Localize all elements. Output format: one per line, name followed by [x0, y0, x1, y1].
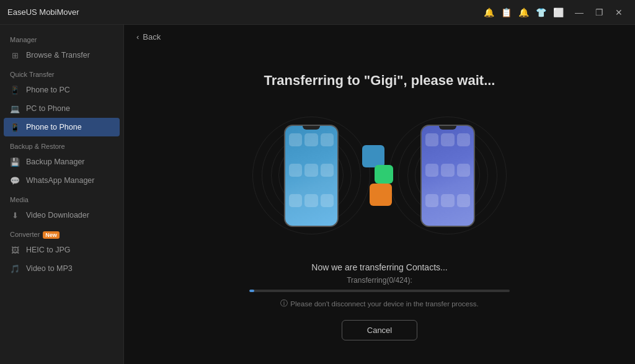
browse-icon: ⊞	[10, 50, 20, 60]
app-icon	[441, 164, 454, 177]
download-icon: ⬇	[10, 210, 20, 220]
mp3-label: Video to MP3	[26, 264, 73, 273]
warning-icon: ⓘ	[280, 298, 288, 309]
back-arrow-icon: ‹	[136, 32, 139, 42]
sidebar-item-video-downloader[interactable]: ⬇ Video Downloader	[0, 206, 123, 224]
app-icon	[289, 133, 302, 146]
sidebar-item-backup-manager[interactable]: 💾 Backup Manager	[0, 153, 123, 171]
section-media: Media	[0, 190, 123, 206]
phone-pc-label: Phone to PC	[26, 86, 70, 94]
phone-screen-left	[285, 130, 337, 226]
app-icon	[304, 194, 318, 207]
transfer-progress-text: Transferring(0/424):	[347, 276, 412, 285]
back-button[interactable]: ‹ Back	[136, 32, 161, 42]
sidebar-item-phone-to-pc[interactable]: 📱 Phone to PC	[0, 81, 123, 99]
section-quick-transfer: Quick Transfer	[0, 64, 123, 81]
pc-phone-label: PC to Phone	[26, 104, 70, 113]
app-icon	[289, 164, 302, 177]
minimize-button[interactable]: —	[571, 4, 588, 21]
phone-phone-icon: 📱	[10, 122, 20, 132]
sub-header: ‹ Back	[124, 25, 635, 49]
sidebar-item-pc-to-phone[interactable]: 💻 PC to Phone	[0, 99, 123, 118]
app-icon	[457, 194, 470, 207]
app-icon	[425, 164, 438, 177]
app-icon	[321, 194, 334, 207]
close-button[interactable]: ✕	[610, 4, 628, 21]
data-block-blue	[362, 145, 384, 167]
warning-text: ⓘ Please don't disconnect your device in…	[280, 298, 478, 309]
right-phone-container	[386, 113, 510, 237]
back-label: Back	[143, 32, 161, 42]
transfer-title: Transferring to "Gigi", please wait...	[264, 73, 495, 89]
app-icon	[425, 194, 438, 207]
title-bar: EaseUS MobiMover 🔔 📋 🔔 👕 ⬜ — ❐ ✕	[0, 0, 635, 25]
section-converter: Converter New	[0, 224, 123, 241]
sidebar-item-phone-to-phone[interactable]: 📱 Phone to Phone	[4, 118, 120, 136]
phone-pc-icon: 📱	[10, 85, 20, 95]
sidebar: Manager ⊞ Browse & Transfer Quick Transf…	[0, 25, 124, 364]
video-dl-label: Video Downloader	[26, 211, 89, 220]
app-icon	[321, 133, 334, 146]
section-manager: Manager	[0, 30, 123, 46]
content-area: ‹ Back Transferring to "Gigi", please wa…	[124, 25, 635, 364]
app-icon	[321, 164, 334, 177]
maximize-button[interactable]: ❐	[590, 4, 608, 21]
app-icon	[441, 133, 454, 146]
destination-phone	[420, 125, 475, 227]
data-blocks	[366, 145, 393, 206]
square-icon[interactable]: ⬜	[552, 6, 564, 19]
app-title: EaseUS MobiMover	[7, 7, 79, 17]
backup-icon: 💾	[10, 157, 20, 167]
app-icon	[304, 133, 318, 146]
warning-message: Please don't disconnect your device in t…	[290, 300, 478, 308]
heic-icon: 🖼	[10, 245, 20, 255]
section-backup-restore: Backup & Restore	[0, 136, 123, 153]
whatsapp-icon: 💬	[10, 175, 20, 185]
data-block-orange	[370, 184, 392, 206]
sidebar-item-whatsapp-manager[interactable]: 💬 WhatsApp Manager	[0, 171, 123, 190]
sidebar-item-video-mp3[interactable]: 🎵 Video to MP3	[0, 259, 123, 278]
transfer-content: Transferring to "Gigi", please wait...	[124, 49, 635, 364]
phone-screen-right	[422, 130, 474, 226]
window-controls: — ❐ ✕	[571, 4, 628, 21]
clipboard-icon[interactable]: 📋	[500, 6, 512, 19]
phones-container	[224, 107, 535, 244]
backup-label: Backup Manager	[26, 158, 85, 166]
app-icon	[457, 133, 470, 146]
notification-icon[interactable]: 🔔	[482, 6, 495, 19]
app-icon	[304, 164, 318, 177]
app-icon	[441, 194, 454, 207]
app-icon	[425, 133, 438, 146]
title-bar-icons: 🔔 📋 🔔 👕 ⬜	[482, 6, 564, 19]
tshirt-icon[interactable]: 👕	[535, 6, 547, 19]
sidebar-item-browse-transfer[interactable]: ⊞ Browse & Transfer	[0, 46, 123, 64]
whatsapp-label: WhatsApp Manager	[26, 176, 94, 185]
left-phone-container	[249, 113, 373, 237]
progress-bar-container	[249, 290, 510, 292]
app-icon	[289, 194, 302, 207]
heic-label: HEIC to JPG	[26, 246, 71, 254]
browse-label: Browse & Transfer	[26, 51, 90, 60]
phone-phone-label: Phone to Phone	[26, 123, 82, 131]
transfer-status: Now we are transferring Contacts...	[311, 262, 447, 272]
mp3-icon: 🎵	[10, 264, 20, 273]
progress-bar-fill	[249, 290, 254, 292]
main-layout: Manager ⊞ Browse & Transfer Quick Transf…	[0, 25, 635, 364]
data-block-green	[375, 165, 393, 184]
app-icon	[457, 164, 470, 177]
alert-icon[interactable]: 🔔	[517, 6, 530, 19]
sidebar-item-heic-jpg[interactable]: 🖼 HEIC to JPG	[0, 241, 123, 259]
source-phone	[284, 125, 339, 227]
new-badge: New	[43, 231, 60, 239]
pc-phone-icon: 💻	[10, 104, 20, 113]
cancel-button[interactable]: Cancel	[342, 320, 417, 340]
